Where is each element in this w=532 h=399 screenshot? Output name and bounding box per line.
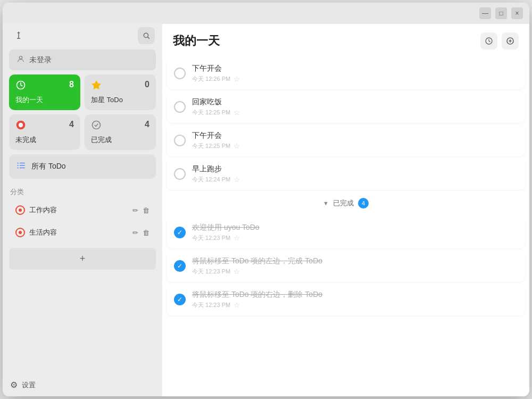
todo-meta-4: 今天 12:24 PM ☆ bbox=[192, 176, 518, 184]
table-row[interactable]: 回家吃饭 今天 12:25 PM ☆ bbox=[167, 91, 525, 123]
title-bar-icons: — □ × bbox=[479, 7, 523, 19]
category-item-work[interactable]: 工作内容 ✏ 🗑 bbox=[9, 200, 156, 220]
delete-work-icon[interactable]: 🗑 bbox=[143, 206, 149, 214]
card-starred[interactable]: 0 加星 ToDo bbox=[85, 74, 156, 110]
my-day-count: 8 bbox=[69, 80, 74, 89]
todo-body-6: 将鼠标移至 ToDo 项的左边，完成 ToDo 今天 12:23 PM ☆ bbox=[192, 256, 518, 276]
category-item-life[interactable]: 生活内容 ✏ 🗑 bbox=[9, 222, 156, 243]
svg-point-6 bbox=[19, 123, 23, 127]
todo-meta-2: 今天 12:25 PM ☆ bbox=[192, 109, 518, 117]
todo-check-7[interactable]: ✓ bbox=[174, 294, 186, 305]
complete-count: 4 bbox=[145, 120, 149, 129]
todo-title-2: 回家吃饭 bbox=[192, 97, 518, 107]
card-complete[interactable]: 4 已完成 bbox=[85, 114, 156, 150]
edit-work-icon[interactable]: ✏ bbox=[132, 206, 138, 214]
table-row[interactable]: ✓ 欢迎使用 uyou ToDo 今天 12:23 PM ☆ bbox=[167, 217, 525, 248]
close-button[interactable]: × bbox=[511, 7, 523, 19]
svg-point-2 bbox=[19, 56, 22, 59]
table-row[interactable]: 早上跑步 今天 12:24 PM ☆ bbox=[167, 158, 525, 190]
title-bar: — □ × bbox=[3, 3, 529, 24]
app-window: — □ × bbox=[3, 3, 529, 396]
my-day-icon bbox=[15, 80, 74, 93]
category-life-label: 生活内容 bbox=[29, 228, 128, 237]
search-button[interactable] bbox=[138, 27, 155, 44]
todo-title-5: 欢迎使用 uyou ToDo bbox=[192, 223, 518, 232]
sidebar: 未登录 8 我的一天 bbox=[3, 24, 162, 396]
todo-check-2[interactable] bbox=[174, 101, 186, 113]
todo-body-4: 早上跑步 今天 12:24 PM ☆ bbox=[192, 164, 518, 184]
todo-title-4: 早上跑步 bbox=[192, 164, 518, 174]
star-card-icon bbox=[91, 80, 149, 93]
category-life-icon bbox=[15, 228, 25, 237]
todo-title-3: 下午开会 bbox=[192, 131, 518, 140]
todo-check-6[interactable]: ✓ bbox=[174, 260, 186, 272]
settings-label: 设置 bbox=[22, 380, 36, 390]
todo-body-2: 回家吃饭 今天 12:25 PM ☆ bbox=[192, 97, 518, 117]
table-row[interactable]: 下午开会 今天 12:26 PM ☆ bbox=[167, 57, 525, 89]
star-7[interactable]: ☆ bbox=[234, 301, 240, 309]
delete-life-icon[interactable]: 🗑 bbox=[143, 229, 149, 237]
history-button[interactable] bbox=[480, 32, 497, 49]
svg-point-0 bbox=[144, 33, 148, 37]
maximize-button[interactable]: □ bbox=[495, 7, 507, 19]
star-6[interactable]: ☆ bbox=[234, 268, 240, 276]
add-todo-button[interactable] bbox=[502, 32, 519, 49]
incomplete-label: 未完成 bbox=[15, 135, 74, 145]
todo-check-5[interactable]: ✓ bbox=[174, 227, 186, 238]
todo-body-5: 欢迎使用 uyou ToDo 今天 12:23 PM ☆ bbox=[192, 223, 518, 242]
categories-section-label: 分类 bbox=[3, 183, 162, 199]
all-todo-label: 所有 ToDo bbox=[31, 162, 66, 171]
user-row[interactable]: 未登录 bbox=[9, 49, 156, 70]
todo-title-6: 将鼠标移至 ToDo 项的左边，完成 ToDo bbox=[192, 256, 518, 266]
todo-body-1: 下午开会 今天 12:26 PM ☆ bbox=[192, 64, 518, 83]
completed-count-badge: 4 bbox=[358, 198, 369, 209]
todo-check-1[interactable] bbox=[174, 68, 186, 79]
settings-row[interactable]: ⚙ 设置 bbox=[3, 373, 162, 396]
main-area: 未登录 8 我的一天 bbox=[3, 24, 529, 396]
completed-section-header[interactable]: ▼ 已完成 4 bbox=[167, 192, 525, 215]
todo-check-4[interactable] bbox=[174, 168, 186, 180]
chevron-down-icon: ▼ bbox=[323, 200, 329, 206]
todo-title-1: 下午开会 bbox=[192, 64, 518, 73]
complete-label: 已完成 bbox=[91, 135, 149, 145]
nav-pin-icon[interactable] bbox=[10, 27, 27, 44]
content-header: 我的一天 bbox=[162, 24, 529, 56]
page-title: 我的一天 bbox=[173, 33, 220, 49]
card-incomplete[interactable]: 4 未完成 bbox=[9, 114, 80, 150]
user-icon bbox=[16, 55, 25, 65]
svg-marker-4 bbox=[92, 81, 101, 89]
todo-meta-5: 今天 12:23 PM ☆ bbox=[192, 234, 518, 242]
table-row[interactable]: ✓ 将鼠标移至 ToDo 项的左边，完成 ToDo 今天 12:23 PM ☆ bbox=[167, 250, 525, 282]
header-actions bbox=[480, 32, 519, 49]
add-category-button[interactable]: + bbox=[9, 248, 156, 270]
table-row[interactable]: ✓ 将鼠标移至 ToDo 项的右边，删除 ToDo 今天 12:23 PM ☆ bbox=[167, 284, 525, 315]
all-todo-icon bbox=[16, 161, 26, 172]
table-row[interactable]: 下午开会 今天 12:25 PM ☆ bbox=[167, 124, 525, 156]
all-todo-row[interactable]: 所有 ToDo bbox=[9, 154, 156, 179]
star-4[interactable]: ☆ bbox=[234, 176, 240, 184]
todo-meta-6: 今天 12:23 PM ☆ bbox=[192, 268, 518, 276]
settings-icon: ⚙ bbox=[10, 380, 18, 390]
todo-title-7: 将鼠标移至 ToDo 项的右边，删除 ToDo bbox=[192, 290, 518, 300]
sidebar-top-bar bbox=[3, 24, 162, 47]
card-my-day[interactable]: 8 我的一天 bbox=[9, 74, 80, 110]
edit-life-icon[interactable]: ✏ bbox=[132, 229, 138, 237]
svg-line-1 bbox=[148, 37, 149, 39]
category-work-icon bbox=[15, 205, 25, 215]
svg-point-7 bbox=[93, 121, 101, 129]
todo-meta-7: 今天 12:23 PM ☆ bbox=[192, 301, 518, 309]
star-5[interactable]: ☆ bbox=[234, 234, 240, 242]
incomplete-count: 4 bbox=[69, 120, 74, 129]
star-2[interactable]: ☆ bbox=[234, 109, 240, 117]
star-3[interactable]: ☆ bbox=[234, 142, 240, 150]
user-label: 未登录 bbox=[29, 55, 52, 65]
star-1[interactable]: ☆ bbox=[234, 75, 240, 83]
todo-check-3[interactable] bbox=[174, 135, 186, 146]
starred-label: 加星 ToDo bbox=[91, 95, 149, 105]
svg-point-13 bbox=[18, 167, 19, 168]
minimize-button[interactable]: — bbox=[479, 7, 491, 19]
completed-section-label: 已完成 bbox=[333, 198, 354, 208]
category-work-actions: ✏ 🗑 bbox=[132, 206, 149, 214]
todo-meta-1: 今天 12:26 PM ☆ bbox=[192, 75, 518, 83]
add-icon: + bbox=[80, 253, 86, 264]
